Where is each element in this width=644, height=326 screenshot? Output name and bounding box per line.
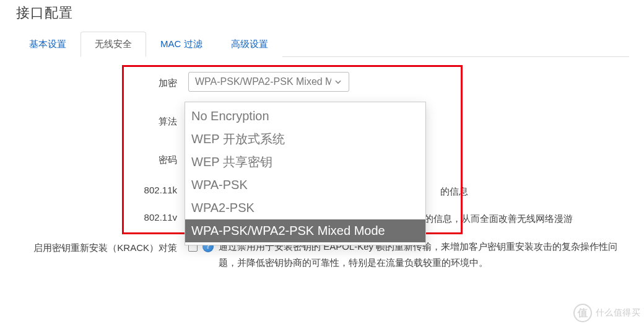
label-algorithm: 算法 bbox=[15, 113, 188, 128]
watermark-logo-icon: 值 bbox=[573, 304, 592, 322]
encryption-option[interactable]: WPA2-PSK bbox=[185, 196, 425, 219]
encryption-option[interactable]: WEP 共享密钥 bbox=[185, 151, 425, 174]
tab-mac-filter[interactable]: MAC 过滤 bbox=[146, 32, 217, 57]
tab-wireless-security[interactable]: 无线安全 bbox=[80, 32, 146, 57]
encryption-option[interactable]: No Encryption bbox=[185, 105, 425, 128]
desc-80211k-fragment: 的信息 bbox=[440, 183, 468, 200]
label-encryption: 加密 bbox=[15, 75, 188, 89]
tabs-bar: 基本设置 无线安全 MAC 过滤 高级设置 bbox=[15, 31, 629, 57]
watermark-text: 什么值得买 bbox=[596, 307, 641, 319]
tab-advanced[interactable]: 高级设置 bbox=[217, 32, 282, 57]
tab-basic[interactable]: 基本设置 bbox=[15, 32, 80, 57]
encryption-select[interactable]: WPA-PSK/WPA2-PSK Mixed M bbox=[188, 72, 349, 92]
watermark: 值 什么值得买 bbox=[573, 304, 641, 322]
encryption-option[interactable]: WEP 开放式系统 bbox=[185, 128, 425, 151]
encryption-select-value: WPA-PSK/WPA2-PSK Mixed M bbox=[195, 73, 331, 90]
encryption-dropdown: No Encryption WEP 开放式系统 WEP 共享密钥 WPA-PSK… bbox=[185, 102, 426, 245]
label-krack: 启用密钥重新安装（KRACK）对策 bbox=[15, 239, 188, 256]
page-title: 接口配置 bbox=[16, 4, 629, 22]
chevron-down-icon bbox=[333, 76, 344, 87]
label-80211v: 802.11v bbox=[15, 211, 188, 222]
label-80211k: 802.11k bbox=[15, 183, 188, 195]
row-encryption: 加密 WPA-PSK/WPA2-PSK Mixed M bbox=[15, 68, 629, 95]
encryption-option[interactable]: WPA-PSK bbox=[185, 174, 425, 196]
encryption-option-selected[interactable]: WPA-PSK/WPA2-PSK Mixed Mode bbox=[185, 219, 425, 242]
label-password: 密码 bbox=[15, 152, 188, 166]
